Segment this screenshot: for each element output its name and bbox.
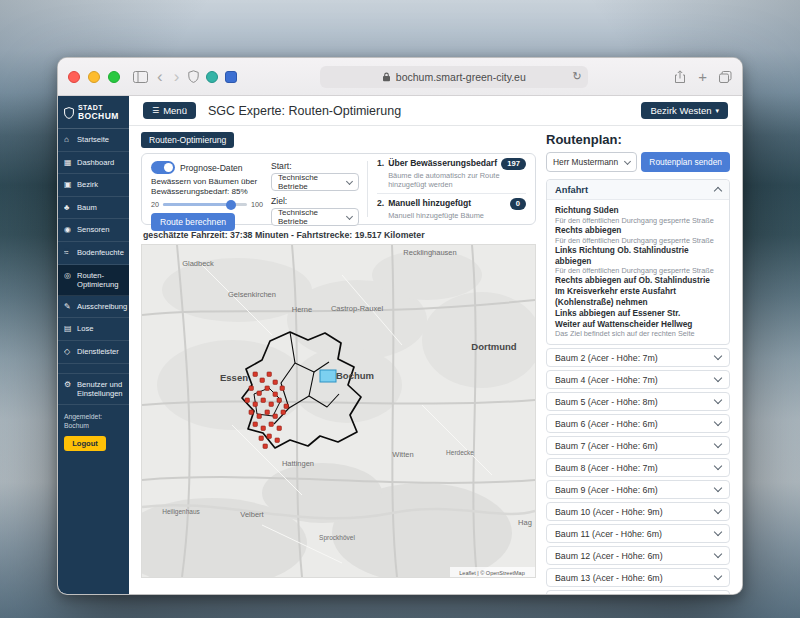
baum-accordion-row[interactable]: Baum 2 (Acer - Höhe: 7m) [546, 348, 730, 367]
sidebar-item-ausschreibung[interactable]: ✎ Ausschreibung [58, 296, 129, 319]
window-controls [68, 71, 120, 83]
route-step: Links abbiegen auf Essener Str. [555, 308, 721, 319]
back-icon[interactable]: ‹ [155, 67, 165, 87]
auto-added-description: Bäume die automatisch zur Route hinzugef… [388, 171, 526, 190]
depot-marker[interactable] [320, 370, 336, 382]
watering-threshold-text: Bewässern von Bäumen über Bewässerungsbe… [151, 177, 263, 197]
refresh-icon[interactable]: ↻ [573, 70, 582, 83]
baum-accordion-row[interactable]: Baum 14 (Acer - Höhe: 7m) [546, 590, 730, 594]
manual-added-description: Manuell hinzugefügte Bäume [388, 211, 526, 220]
chevron-down-icon [346, 212, 353, 219]
service-providers-icon: ◇ [64, 347, 73, 357]
page-title: SGC Experte: Routen-Optimierung [208, 104, 401, 118]
item-number: 1. [377, 158, 384, 189]
menu-button[interactable]: ☰ Menü [143, 102, 196, 119]
main-content: Routen-Optimierung Prognose-Daten Bewäss… [129, 126, 742, 594]
zoom-button[interactable] [108, 71, 120, 83]
baum-row-label: Baum 2 (Acer - Höhe: 7m) [555, 353, 658, 363]
logout-button[interactable]: Logout [64, 436, 106, 451]
shield-icon[interactable] [188, 70, 199, 83]
prognose-toggle-label: Prognose-Daten [180, 163, 243, 173]
threshold-slider[interactable] [163, 203, 247, 206]
start-label: Start: [271, 161, 359, 171]
anfahrt-accordion-header[interactable]: Anfahrt [547, 180, 729, 200]
sidebar-item-label: Dashboard [77, 158, 114, 167]
address-bar[interactable]: bochum.smart-green-city.eu ↻ [320, 66, 588, 88]
baum-accordion-row[interactable]: Baum 12 (Acer - Höhe: 6m) [546, 546, 730, 565]
baum-accordion-row[interactable]: Baum 5 (Acer - Höhe: 8m) [546, 392, 730, 411]
manual-added-summary: 2. Manuell hinzugefügt 0 Manuell hinzuge… [377, 198, 526, 220]
bezirk-select[interactable]: Bezirk Westen ▾ [641, 102, 728, 119]
chevron-down-icon [714, 484, 722, 492]
route-step: Rechts abbiegen [555, 225, 721, 236]
chevron-down-icon [714, 528, 722, 536]
app-frame: STADT BOCHUM ⌂ Startseite ▦ Dashboard ▣ … [58, 96, 742, 594]
baum-accordion-row[interactable]: Baum 7 (Acer - Höhe: 6m) [546, 436, 730, 455]
map[interactable]: Essen Bochum Dortmund Recklinghausen Gla… [141, 244, 536, 578]
share-icon[interactable] [674, 70, 686, 84]
routenplan-title: Routenplan: [546, 132, 730, 147]
city-label-essen: Essen [220, 372, 248, 383]
minimize-button[interactable] [88, 71, 100, 83]
logged-in-user: Bochum [64, 421, 123, 430]
ziel-select[interactable]: Technische Betriebe [271, 208, 359, 226]
city-label: Sprockhövel [319, 534, 355, 542]
city-label: Hattingen [282, 459, 314, 468]
route-berechnen-button[interactable]: Route berechnen [151, 213, 235, 231]
district-icon: ▣ [64, 180, 73, 190]
extension-icon-blue[interactable] [225, 71, 237, 83]
city-label: Witten [392, 450, 413, 459]
lock-icon [382, 72, 391, 82]
city-label: Velbert [240, 510, 264, 519]
route-controls-panel: Prognose-Daten Bewässern von Bäumen über… [141, 153, 536, 225]
sidebar-item-bodenfeuchte[interactable]: ≈ Bodenfeuchte [58, 242, 129, 265]
lots-icon: ▤ [64, 324, 73, 334]
sidebar-item-label: Bodenfeuchte [77, 248, 124, 257]
sidebar-item-label: Baum [77, 203, 97, 212]
prognose-toggle[interactable] [151, 161, 175, 174]
driver-select[interactable]: Herr Mustermann [546, 152, 637, 172]
browser-window: ‹ › bochum.smart-green-city.eu ↻ + [57, 57, 743, 595]
baum-accordion-row[interactable]: Baum 8 (Acer - Höhe: 7m) [546, 458, 730, 477]
sidebar-item-benutzer-einstellungen[interactable]: ⚙ Benutzer und Einstellungen [58, 373, 129, 405]
sidebar-item-label: Ausschreibung [77, 302, 127, 311]
slider-max-label: 100 [251, 200, 263, 209]
tab-overview-icon[interactable] [719, 71, 732, 83]
slider-min-label: 20 [151, 200, 159, 209]
sidebar-item-startseite[interactable]: ⌂ Startseite [58, 129, 129, 152]
new-tab-icon[interactable]: + [698, 69, 707, 84]
auto-added-summary: 1. Über Bewässerungsbedarf 197 Bäume die… [377, 158, 526, 189]
routenplan-senden-button[interactable]: Routenplan senden [641, 152, 730, 172]
baum-accordion-row[interactable]: Baum 4 (Acer - Höhe: 7m) [546, 370, 730, 389]
ziel-label: Ziel: [271, 196, 359, 206]
baum-accordion-row[interactable]: Baum 9 (Acer - Höhe: 6m) [546, 480, 730, 499]
baum-accordion-row[interactable]: Baum 6 (Acer - Höhe: 6m) [546, 414, 730, 433]
baum-accordion-row[interactable]: Baum 13 (Acer - Höhe: 6m) [546, 568, 730, 587]
extension-icon-teal[interactable] [206, 71, 218, 83]
hamburger-icon: ☰ [152, 106, 159, 115]
sidebar-toggle-icon[interactable] [133, 71, 148, 83]
crest-icon [64, 107, 74, 119]
sidebar-item-sensoren[interactable]: ◉ Sensoren [58, 219, 129, 242]
map-canvas: Essen Bochum Dortmund Recklinghausen Gla… [142, 245, 535, 577]
forward-icon[interactable]: › [172, 67, 182, 87]
city-label-bochum: Bochum [336, 370, 374, 381]
baum-row-label: Baum 13 (Acer - Höhe: 6m) [555, 573, 663, 583]
sidebar-item-baum[interactable]: ♣ Baum [58, 197, 129, 220]
sidebar-item-dashboard[interactable]: ▦ Dashboard [58, 152, 129, 175]
baum-accordion-row[interactable]: Baum 11 (Acer - Höhe: 6m) [546, 524, 730, 543]
baum-accordion-row[interactable]: Baum 10 (Acer - Höhe: 9m) [546, 502, 730, 521]
sidebar-item-bezirk[interactable]: ▣ Bezirk [58, 174, 129, 197]
sidebar-item-routen-optimierung[interactable]: ◎ Routen-Optimierung [58, 265, 129, 296]
slider-thumb[interactable] [226, 200, 236, 210]
route-step-note: Für den öffentlichen Durchgang gesperrte… [555, 236, 721, 245]
url-text: bochum.smart-green-city.eu [396, 71, 526, 83]
logo-line2: BOCHUM [78, 112, 119, 121]
chevron-down-icon [714, 396, 722, 404]
start-select[interactable]: Technische Betriebe [271, 173, 359, 191]
sidebar-item-label: Dienstleister [77, 347, 119, 356]
start-select-value: Technische Betriebe [278, 173, 343, 191]
close-button[interactable] [68, 71, 80, 83]
sidebar-item-dienstleister[interactable]: ◇ Dienstleister [58, 341, 129, 364]
sidebar-item-lose[interactable]: ▤ Lose [58, 318, 129, 341]
